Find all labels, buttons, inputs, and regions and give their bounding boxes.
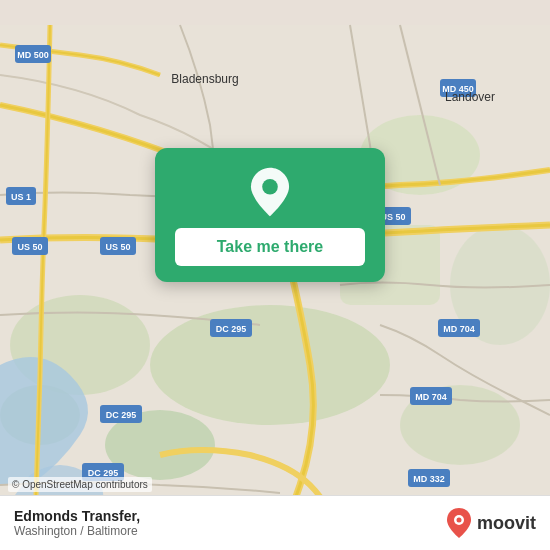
osm-credit: © OpenStreetMap contributors [8, 477, 152, 492]
moovit-icon [445, 506, 473, 540]
svg-text:MD 704: MD 704 [443, 324, 475, 334]
svg-point-35 [262, 179, 278, 195]
location-pin-icon [244, 166, 296, 218]
svg-text:Bladensburg: Bladensburg [171, 72, 238, 86]
take-me-there-button[interactable]: Take me there [175, 228, 365, 266]
moovit-brand: moovit [477, 513, 536, 534]
location-region: Washington / Baltimore [14, 524, 140, 538]
svg-text:Landover: Landover [445, 90, 495, 104]
location-name: Edmonds Transfer, [14, 508, 140, 524]
bottom-bar: Edmonds Transfer, Washington / Baltimore… [0, 495, 550, 550]
svg-text:MD 500: MD 500 [17, 50, 49, 60]
svg-text:US 1: US 1 [11, 192, 31, 202]
svg-text:MD 704: MD 704 [415, 392, 447, 402]
moovit-logo: moovit [445, 506, 536, 540]
svg-point-1 [150, 305, 390, 425]
popup-card: Take me there [155, 148, 385, 282]
svg-text:US 50: US 50 [105, 242, 130, 252]
svg-point-37 [456, 518, 461, 523]
svg-text:DC 295: DC 295 [216, 324, 247, 334]
map-container: MD 500 MD 450 US 1 US 50 US 50 US 50 DC … [0, 0, 550, 550]
bottom-bar-info: Edmonds Transfer, Washington / Baltimore [14, 508, 140, 538]
svg-text:US 50: US 50 [17, 242, 42, 252]
svg-text:DC 295: DC 295 [106, 410, 137, 420]
svg-text:MD 332: MD 332 [413, 474, 445, 484]
